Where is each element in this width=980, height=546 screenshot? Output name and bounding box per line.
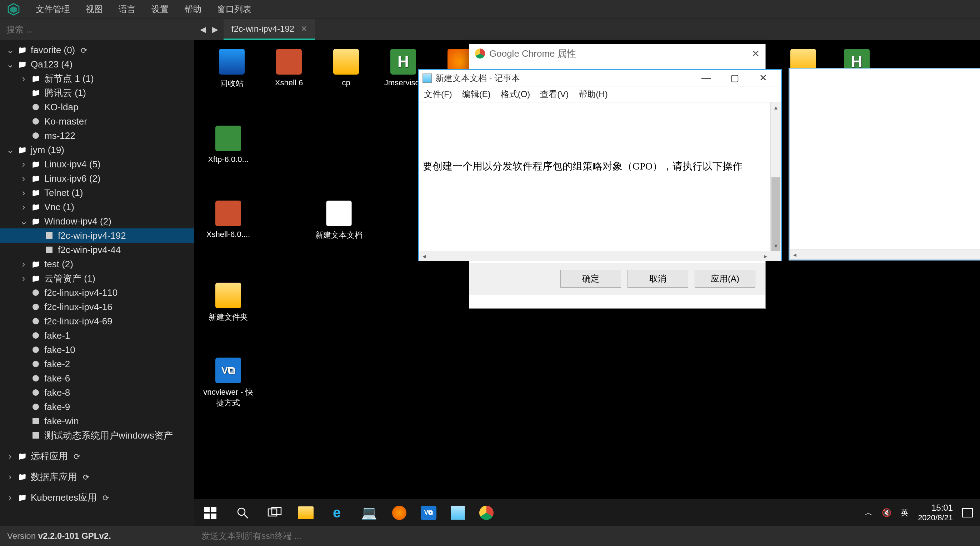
file-explorer-icon[interactable] [298,506,313,519]
menu-help[interactable]: 帮助 [184,3,201,15]
scroll-up-icon[interactable]: ▴ [771,102,781,113]
desktop-icon[interactable]: 新建文件夹 [201,283,255,322]
prop-titlebar[interactable]: Google Chrome 属性 ✕ [469,44,765,63]
tab-prev-icon[interactable]: ◀ [198,25,208,35]
desktop-icon-image [326,200,352,226]
scroll-left-icon[interactable]: ◂ [790,250,800,260]
tree-item[interactable]: ›新节点 1 (1) [0,71,194,86]
folder-icon [17,493,27,502]
notepad-vscrollbar[interactable]: ▴ ▾ [770,102,781,251]
refresh-icon[interactable] [79,44,87,56]
desktop-icon[interactable]: 新建文本文档 [312,200,366,241]
refresh-icon[interactable] [72,451,80,462]
tree-item[interactable]: f2c-linux-ipv4-69 [0,314,194,328]
tree-item[interactable]: 测试动态系统用户windows资产 [0,428,194,443]
notepad-max-icon[interactable]: ▢ [721,70,749,86]
start-button-icon[interactable] [201,504,219,522]
tree-label: jym (19) [31,144,64,156]
apply-button[interactable]: 应用(A) [695,270,756,287]
tree-item[interactable]: ›数据库应用 [0,470,194,484]
tree-item[interactable]: f2c-linux-ipv4-110 [0,286,194,300]
tree-item[interactable]: ⌄jym (19) [0,143,194,157]
notepad-hscrollbar[interactable]: ◂ ▸ [419,251,770,261]
tree-item[interactable]: ›云管资产 (1) [0,271,194,286]
desktop-icon[interactable]: Xftp-6.0.0... [201,125,255,164]
scroll-left-icon[interactable]: ◂ [419,251,429,261]
blank-hscrollbar[interactable]: ◂ ▸ [790,249,980,259]
device-icon[interactable]: 💻 [360,504,378,522]
cancel-button[interactable]: 取消 [627,270,688,287]
firefox-icon[interactable] [392,506,406,520]
tab-active[interactable]: f2c-win-ipv4-192 ✕ [224,19,315,40]
tree-item[interactable]: fake-win [0,414,194,428]
tree-item[interactable]: ›远程应用 [0,449,194,463]
ie-icon[interactable]: e [328,504,346,522]
notepad-taskbar-icon[interactable] [451,506,465,520]
resize-handle-icon[interactable] [770,251,781,261]
search-input[interactable] [6,25,188,35]
desktop-icon[interactable]: Xshell-6.0.... [201,200,255,239]
np-menu-file[interactable]: 文件(F) [424,89,452,100]
tree-item[interactable]: f2c-win-ipv4-44 [0,243,194,257]
notepad-titlebar[interactable]: 新建文本文档 - 记事本 — ▢ ✕ [419,70,781,86]
np-menu-edit[interactable]: 编辑(E) [462,89,491,100]
notification-icon[interactable] [962,508,973,517]
tree-item[interactable]: ›Kubernetes应用 [0,490,194,505]
caret-icon: › [6,451,14,462]
tree-item[interactable]: ›Telnet (1) [0,186,194,200]
ok-button[interactable]: 确定 [560,270,621,287]
desktop-icon[interactable]: Xshell 6 [262,49,316,87]
caret-icon: › [20,259,27,270]
np-menu-view[interactable]: 查看(V) [540,89,569,100]
notepad-min-icon[interactable]: — [692,70,721,86]
menu-settings[interactable]: 设置 [151,3,169,15]
tree-item[interactable]: fake-8 [0,386,194,400]
tab-close-icon[interactable]: ✕ [301,24,307,33]
tree-item[interactable]: f2c-linux-ipv4-16 [0,300,194,314]
tree-item[interactable]: fake-10 [0,343,194,357]
tree-item[interactable]: ⌄Qa123 (4) [0,57,194,71]
menu-lang[interactable]: 语言 [119,3,136,15]
tree-item[interactable]: 腾讯云 (1) [0,86,194,100]
tree-item[interactable]: ›test (2) [0,257,194,271]
taskview-icon[interactable] [266,504,283,522]
desktop-icon[interactable]: 回收站 [205,49,259,89]
np-menu-help[interactable]: 帮助(H) [579,89,608,100]
tree-item[interactable]: fake-2 [0,357,194,371]
taskbar-clock[interactable]: 15:01 2020/8/21 [918,503,953,522]
tree-item[interactable]: ⌄favorite (0) [0,43,194,57]
menu-file[interactable]: 文件管理 [36,3,70,15]
prop-close-icon[interactable]: ✕ [751,48,760,60]
tree-item[interactable]: ms-122 [0,129,194,143]
desktop-icon[interactable]: V⧉vncviewer - 快捷方式 [201,357,255,408]
blank-titlebar[interactable]: — ▢ ✕ [790,69,980,85]
scroll-right-icon[interactable]: ▸ [760,251,770,261]
notepad-text-area[interactable]: 要创建一个用以分发软件程序包的组策略对象（GPO），请执行以下操作 [423,102,767,251]
refresh-icon[interactable] [100,492,109,503]
np-menu-format[interactable]: 格式(O) [501,89,530,100]
tree-item[interactable]: ›Vnc (1) [0,200,194,214]
tree-item[interactable]: fake-1 [0,328,194,343]
tree-item[interactable]: ›Linux-ipv6 (2) [0,171,194,186]
tree-item[interactable]: fake-6 [0,371,194,386]
tree-item[interactable]: fake-9 [0,400,194,414]
chrome-taskbar-icon[interactable] [479,506,493,520]
tree-item[interactable]: ⌄Window-ipv4 (2) [0,214,194,229]
tree-item[interactable]: f2c-win-ipv4-192 [0,229,194,243]
tab-next-icon[interactable]: ▶ [210,25,220,35]
notepad-close-icon[interactable]: ✕ [749,70,778,86]
taskbar-search-icon[interactable] [234,504,251,522]
vnc-icon[interactable]: V⧉ [421,506,436,520]
tree-item[interactable]: KO-ldap [0,100,194,114]
desktop-icon[interactable]: cp [319,49,373,87]
menu-window-list[interactable]: 窗口列表 [217,3,251,15]
tray-chevron-icon[interactable]: ︿ [865,508,872,518]
tree-item[interactable]: Ko-master [0,114,194,129]
ime-indicator[interactable]: 英 [901,508,908,518]
menu-view[interactable]: 视图 [86,3,103,15]
caret-icon: › [20,173,27,184]
refresh-icon[interactable] [81,471,89,483]
volume-icon[interactable]: 🔇 [882,508,891,517]
scroll-down-icon[interactable]: ▾ [771,241,781,251]
tree-item[interactable]: ›Linux-ipv4 (5) [0,157,194,171]
